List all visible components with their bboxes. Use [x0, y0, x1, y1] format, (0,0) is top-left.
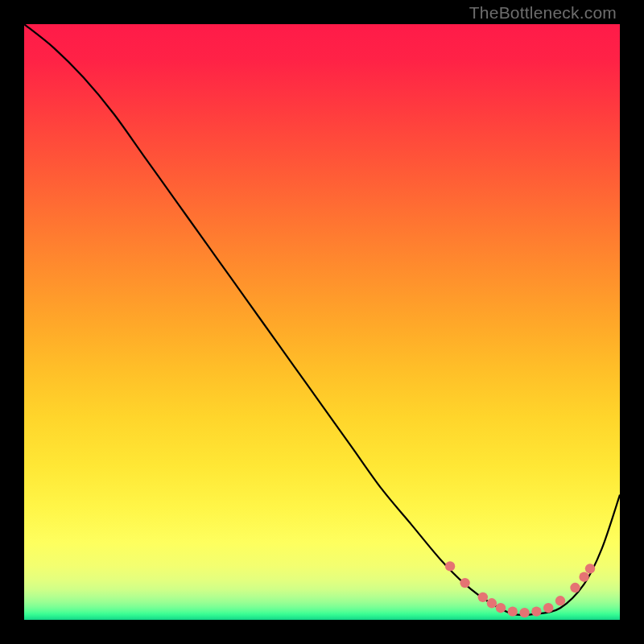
curve-marker-dot — [445, 561, 455, 571]
curve-marker-dot — [531, 606, 541, 616]
bottleneck-curve — [24, 24, 620, 620]
plot-area — [24, 24, 620, 620]
curve-marker-dot — [460, 578, 469, 588]
watermark-text: TheBottleneck.com — [469, 3, 617, 23]
curve-marker-dot — [585, 564, 595, 573]
curve-marker-dot — [579, 572, 588, 582]
curve-markers — [445, 561, 595, 617]
chart-frame: TheBottleneck.com — [0, 0, 644, 644]
curve-marker-dot — [543, 603, 553, 613]
curve-marker-dot — [555, 596, 565, 605]
curve-line — [24, 24, 620, 615]
curve-marker-dot — [570, 583, 580, 592]
curve-marker-dot — [508, 606, 518, 616]
curve-marker-dot — [496, 603, 506, 613]
curve-marker-dot — [478, 592, 488, 602]
curve-marker-dot — [519, 608, 529, 617]
curve-marker-dot — [487, 598, 497, 608]
